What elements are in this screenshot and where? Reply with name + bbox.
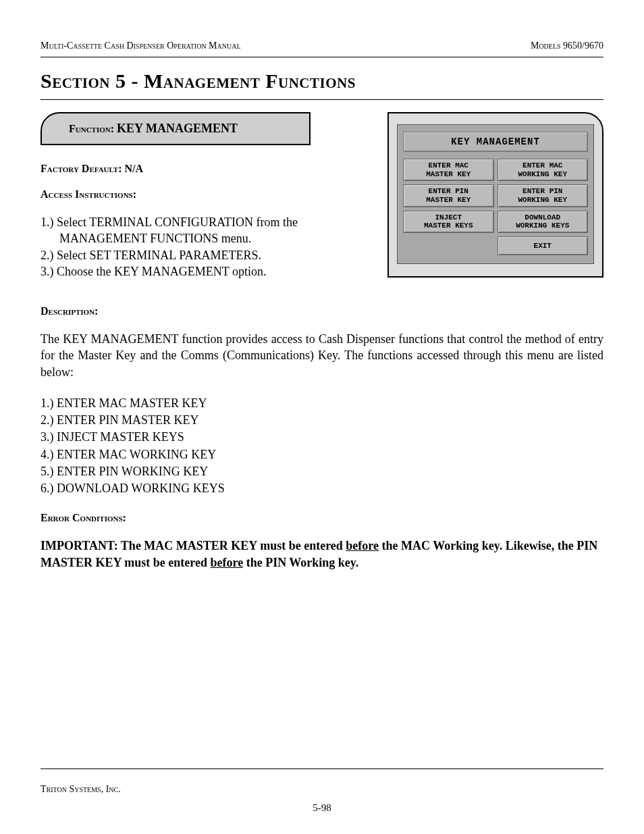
function-list-item: 5.) ENTER PIN WORKING KEY xyxy=(41,463,603,480)
terminal-button: ENTER PIN MASTER KEY xyxy=(403,184,494,207)
factory-default: Factory Default: N/A xyxy=(41,163,377,175)
error-conditions-label: Error Conditions: xyxy=(41,512,603,524)
terminal-button: ENTER MAC MASTER KEY xyxy=(403,159,494,181)
terminal-button: DOWNLOAD WORKING KEYS xyxy=(498,211,589,233)
section-title: Section 5 - Management Functions xyxy=(41,70,603,93)
content-row: Function: KEY MANAGEMENT Factory Default… xyxy=(41,112,603,293)
footer-company: Triton Systems, Inc. xyxy=(41,784,121,795)
access-step: 1.) Select TERMINAL CONFIGURATION from t… xyxy=(41,214,377,247)
terminal-button: ENTER PIN WORKING KEY xyxy=(498,184,589,207)
header-right: Models 9650/9670 xyxy=(531,41,603,51)
header-rule xyxy=(41,57,603,57)
manual-page: Multi-Cassette Cash Dispenser Operation … xyxy=(0,0,644,834)
description-text: The KEY MANAGEMENT function provides acc… xyxy=(41,331,603,380)
function-list-item: 6.) DOWNLOAD WORKING KEYS xyxy=(41,480,603,497)
function-tab: Function: KEY MANAGEMENT xyxy=(41,112,311,145)
access-instructions-list: 1.) Select TERMINAL CONFIGURATION from t… xyxy=(41,214,377,280)
running-header: Multi-Cassette Cash Dispenser Operation … xyxy=(41,41,603,51)
terminal-button: INJECT MASTER KEYS xyxy=(403,211,494,233)
access-step: 3.) Choose the KEY MANAGEMENT option. xyxy=(41,263,377,280)
terminal-button: ENTER MAC WORKING KEY xyxy=(498,159,589,181)
access-instructions-label: Access Instructions: xyxy=(41,188,377,201)
function-list-item: 3.) INJECT MASTER KEYS xyxy=(41,429,603,446)
terminal-screenshot: KEY MANAGEMENT ENTER MAC MASTER KEY ENTE… xyxy=(387,112,603,278)
terminal-title: KEY MANAGEMENT xyxy=(403,132,588,152)
section-rule xyxy=(41,99,603,100)
access-step: 2.) Select SET TERMINAL PARAMETERS. xyxy=(41,247,377,263)
description-label: Description: xyxy=(41,305,603,317)
terminal-button: EXIT xyxy=(498,236,589,255)
function-list: 1.) ENTER MAC MASTER KEY 2.) ENTER PIN M… xyxy=(41,395,603,497)
function-label: Function: xyxy=(69,123,114,134)
important-note: IMPORTANT: The MAC MASTER KEY must be en… xyxy=(41,538,603,571)
header-left: Multi-Cassette Cash Dispenser Operation … xyxy=(41,41,241,51)
function-list-item: 1.) ENTER MAC MASTER KEY xyxy=(41,395,603,412)
terminal-button-grid: ENTER MAC MASTER KEY ENTER MAC WORKING K… xyxy=(403,159,588,255)
factory-default-value: N/A xyxy=(125,163,144,174)
function-name: KEY MANAGEMENT xyxy=(117,122,238,135)
factory-default-label: Factory Default: xyxy=(41,163,122,174)
function-list-item: 4.) ENTER MAC WORKING KEY xyxy=(41,446,603,463)
function-list-item: 2.) ENTER PIN MASTER KEY xyxy=(41,412,603,429)
page-number: 5-98 xyxy=(0,802,644,814)
left-column: Function: KEY MANAGEMENT Factory Default… xyxy=(41,112,387,293)
footer-rule xyxy=(41,768,603,769)
terminal-inner: KEY MANAGEMENT ENTER MAC MASTER KEY ENTE… xyxy=(397,124,594,264)
